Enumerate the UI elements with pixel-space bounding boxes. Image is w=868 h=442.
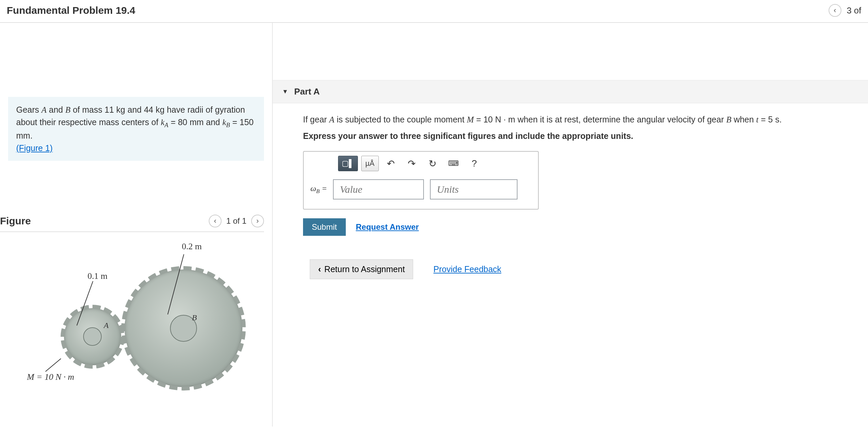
keyboard-icon: ⌨ [448,159,459,168]
var-B: B [65,105,70,114]
content: Gears A and B of mass 11 kg and 44 kg ha… [0,23,868,427]
gear-a-label: A [104,321,109,330]
redo-icon: ↷ [408,158,415,169]
problem-statement: Gears A and B of mass 11 kg and 44 kg ha… [8,97,264,161]
t: = 5 s. [758,115,782,124]
units-input[interactable] [430,179,518,200]
part-a-header[interactable]: ▼ Part A [273,80,868,103]
figure-next-button[interactable]: › [251,215,264,227]
text: and [204,117,222,127]
part-a-prompt: If gear A is subjected to the couple mom… [303,113,855,126]
return-label: Return to Assignment [324,264,405,274]
dim-a-label: 0.1 m [88,271,107,281]
return-button[interactable]: ‹ Return to Assignment [310,259,413,279]
figure-page-text: 1 of 1 [226,216,246,226]
mu-angstrom-icon: µÅ [365,159,374,168]
t: when it is at rest, determine the angula… [515,115,726,124]
text: and [46,105,65,114]
footer-row: ‹ Return to Assignment Provide Feedback [310,259,855,279]
omega-label: ωB = [310,184,327,195]
reset-button[interactable]: ↻ [424,156,441,171]
keyboard-button[interactable]: ⌨ [445,156,462,171]
figure-heading: Figure [0,215,31,227]
part-a-body: If gear A is subjected to the couple mom… [273,103,868,293]
hub-a [83,327,102,346]
triangle-down-icon: ▼ [282,88,288,95]
templates-button[interactable]: ▢▌ [338,156,358,171]
gear-b-label: B [192,313,197,322]
moment-label: M = 10 N · m [27,372,74,382]
dim-b-label: 0.2 m [182,241,202,251]
chevron-left-icon: ‹ [214,217,216,225]
part-a-title: Part A [294,87,320,97]
omega: ω [310,184,316,193]
request-answer-link[interactable]: Request Answer [356,222,419,232]
figure-link[interactable]: (Figure 1) [16,143,53,153]
chevron-left-icon: ‹ [834,6,836,15]
help-icon: ? [472,158,477,169]
omega-sub: B [316,188,319,195]
figure-header: Figure ‹ 1 of 1 › [0,215,264,232]
sub: B [226,122,230,129]
chevron-right-icon: › [256,217,258,225]
chevron-left-icon: ‹ [318,264,321,274]
t: = 10 N · m [474,115,515,124]
figure-canvas: 0.1 m 0.2 m A B M = 10 N · m [13,237,256,392]
figure-pager: ‹ 1 of 1 › [209,215,264,227]
var-B: B [726,115,731,124]
answer-box: ▢▌ µÅ ↶ ↷ ↻ ⌨ ? ωB = [303,151,539,210]
figure-prev-button[interactable]: ‹ [209,215,221,227]
page-indicator: 3 of [847,5,861,16]
value-input[interactable] [333,179,424,200]
var-t: t [756,115,758,124]
left-column: Gears A and B of mass 11 kg and 44 kg ha… [0,23,273,427]
header-nav: ‹ 3 of [829,4,861,17]
text: = 80 mm [168,117,204,127]
problem-title: Fundamental Problem 19.4 [7,5,135,16]
var-A: A [41,105,46,114]
submit-row: Submit Request Answer [303,218,855,236]
moment-leader [45,358,61,372]
sub: A [164,122,168,129]
var-kA: k [161,118,164,127]
var-M: M [467,115,474,124]
instruction-line: Express your answer to three significant… [303,131,855,141]
help-button[interactable]: ? [466,156,483,171]
templates-icon: ▢▌ [342,159,354,168]
page-header: Fundamental Problem 19.4 ‹ 3 of [0,0,868,23]
undo-icon: ↶ [387,158,395,169]
text: Gears [16,105,41,114]
t: If gear [303,115,329,124]
undo-button[interactable]: ↶ [382,156,400,171]
equals: = [319,184,327,193]
reset-icon: ↻ [429,158,436,169]
provide-feedback-link[interactable]: Provide Feedback [433,264,501,274]
redo-button[interactable]: ↷ [403,156,421,171]
var-A: A [329,115,334,124]
t: when [731,115,756,124]
prev-problem-button[interactable]: ‹ [829,4,841,17]
answer-toolbar: ▢▌ µÅ ↶ ↷ ↻ ⌨ ? [334,152,538,175]
units-symbol-button[interactable]: µÅ [361,156,379,171]
var-kB: k [222,118,226,127]
t: is subjected to the couple moment [334,115,467,124]
submit-button[interactable]: Submit [303,218,346,236]
right-column: ▼ Part A If gear A is subjected to the c… [273,23,868,427]
answer-input-row: ωB = [304,175,538,200]
